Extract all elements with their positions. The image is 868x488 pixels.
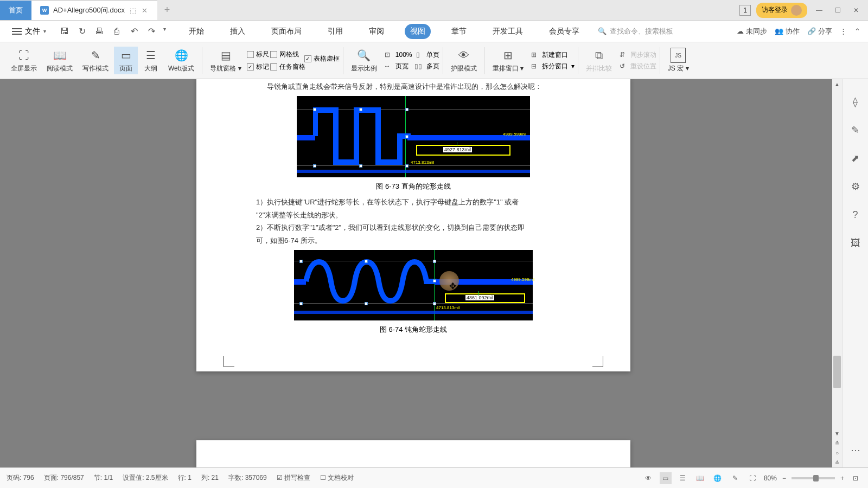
page: 导锐角或直角走线会带来信号反射，特别是高速设计中是准许出现的，那么怎么解决呢： … <box>196 79 630 371</box>
fullscreen-button[interactable]: ⛶全屏显示 <box>7 47 41 74</box>
zoom-fit-icon[interactable]: ⊡ <box>850 472 861 484</box>
scroll-up-icon[interactable]: ▲ <box>832 79 842 89</box>
nav-pane-button[interactable]: ▤导航窗格 ▾ <box>206 47 245 74</box>
page-number[interactable]: 页码: 796 <box>7 473 34 483</box>
menu-reference[interactable]: 引用 <box>322 24 348 39</box>
ink-icon[interactable]: ✎ <box>729 472 741 484</box>
body-text: 2）不断执行数字"1"或者"2"，我们可以看到走线形状的变化，切换到自己需要的状… <box>256 221 603 234</box>
search-placeholder: 查找命令、搜索模板 <box>610 27 673 36</box>
save-icon[interactable]: 🖫 <box>59 26 70 37</box>
outline-view-icon[interactable]: ☰ <box>677 472 689 484</box>
redo-icon[interactable]: ↷ <box>146 26 157 37</box>
body-text: "2"来调整等长走线的形状。 <box>256 209 603 221</box>
qa-dropdown-icon[interactable]: ▾ <box>163 26 166 37</box>
tableframe-checkbox[interactable]: ✓表格虚框 <box>304 54 340 63</box>
read-view-icon[interactable]: 📖 <box>694 472 706 484</box>
page-view-icon[interactable]: ▭ <box>660 472 672 484</box>
page-width-button[interactable]: ↔页宽 <box>382 61 412 71</box>
notification-badge[interactable]: 1 <box>739 5 751 16</box>
display-ratio-button[interactable]: 🔍显示比例 <box>347 47 381 74</box>
eye-mode-icon[interactable]: 👁 <box>642 472 654 484</box>
rearrange-button[interactable]: ⊞重排窗口 ▾ <box>488 47 528 74</box>
chevron-down-icon: ▾ <box>43 28 46 34</box>
guest-login-button[interactable]: 访客登录 <box>756 3 807 18</box>
word-count[interactable]: 字数: 357069 <box>228 473 267 483</box>
scroll-thumb[interactable] <box>833 356 841 388</box>
sync-icon[interactable]: ↻ <box>76 26 87 37</box>
file-menu[interactable]: 文件 ▾ <box>8 27 50 36</box>
add-tab-button[interactable]: + <box>157 4 177 16</box>
ruler-checkbox[interactable]: 标尺 <box>247 50 269 59</box>
collapse-ribbon-icon[interactable]: ⌃ <box>854 27 860 35</box>
menu-review[interactable]: 审阅 <box>363 24 390 39</box>
scroll-down-icon[interactable]: ▼ <box>832 428 842 438</box>
rearrange-icon: ⊞ <box>500 48 515 63</box>
single-page-button[interactable]: ▯单页 <box>413 50 439 60</box>
document-canvas[interactable]: 导锐角或直角走线会带来信号反射，特别是高速设计中是准许出现的，那么怎么解决呢： … <box>0 79 842 467</box>
print-icon[interactable]: 🖶 <box>94 26 105 37</box>
browse-object-icon[interactable]: ○ <box>832 448 842 458</box>
menu-layout[interactable]: 页面布局 <box>266 24 307 39</box>
col-pos: 列: 21 <box>201 473 219 483</box>
settings-icon[interactable]: ⚙ <box>849 180 862 193</box>
menu-vip[interactable]: 会员专享 <box>544 24 585 39</box>
preview-icon[interactable]: ⎙ <box>111 26 122 37</box>
command-search[interactable]: 🔍 查找命令、搜索模板 <box>598 27 673 36</box>
more-dots-icon[interactable]: ⋯ <box>849 444 862 457</box>
tab-document[interactable]: W AD+Allegro500问.docx ⬚ ✕ <box>31 1 157 20</box>
figure-6-74: 4861.092mil 4999.599mil 4713.813mil <box>294 250 533 320</box>
eyecare-button[interactable]: 👁护眼模式 <box>446 47 481 74</box>
js-macro-button[interactable]: JSJS 宏 ▾ <box>663 47 693 74</box>
select-icon[interactable]: ⬈ <box>849 152 862 165</box>
file-label: 文件 <box>25 27 40 36</box>
fit-icon[interactable]: ⛶ <box>746 472 758 484</box>
rocket-icon[interactable]: ⟠ <box>849 95 862 108</box>
new-window-button[interactable]: ⊞新建窗口 <box>529 50 575 60</box>
split-window-button[interactable]: ⊟拆分窗口 ▾ <box>529 61 575 71</box>
vertical-scrollbar[interactable]: ▲ ▼ ≛ ○ ≛ <box>832 79 842 467</box>
more-icon[interactable]: ⋮ <box>840 27 847 35</box>
prev-page-icon[interactable]: ≛ <box>832 438 842 448</box>
grid-checkbox[interactable]: 网格线 <box>270 50 305 59</box>
minimize-button[interactable]: — <box>813 4 826 17</box>
write-mode-button[interactable]: ✎写作模式 <box>78 47 113 74</box>
menu-chapter[interactable]: 章节 <box>446 24 472 39</box>
sync-status[interactable]: ☁ 未同步 <box>737 27 767 36</box>
help-icon[interactable]: ? <box>849 208 862 221</box>
collab-button[interactable]: 👥 协作 <box>775 27 800 36</box>
web-view-icon[interactable]: 🌐 <box>712 472 724 484</box>
reset-pos-button: ↺重设位置 <box>617 61 656 71</box>
zoom-in-icon[interactable]: + <box>840 474 844 482</box>
pin-icon[interactable]: ⬚ <box>129 7 137 14</box>
zoom-out-icon[interactable]: − <box>782 474 786 482</box>
web-layout-button[interactable]: 🌐Web版式 <box>164 47 199 74</box>
menu-devtools[interactable]: 开发工具 <box>487 24 528 39</box>
proofread-button[interactable]: ☐ 文档校对 <box>320 473 354 483</box>
spellcheck-button[interactable]: ☑ 拼写检查 <box>277 473 310 483</box>
zoom-level[interactable]: 80% <box>764 474 777 482</box>
body-text: 可，如图6-74 所示。 <box>256 234 603 247</box>
read-mode-button[interactable]: 📖阅读模式 <box>42 47 77 74</box>
zoom-100-button[interactable]: ⊡100% <box>382 50 412 60</box>
undo-icon[interactable]: ↶ <box>129 26 139 37</box>
close-button[interactable]: ✕ <box>850 4 863 17</box>
image-tool-icon[interactable]: 🖼 <box>849 236 862 249</box>
body-text: 导锐角或直角走线会带来信号反射，特别是高速设计中是准许出现的，那么怎么解决呢： <box>267 79 603 93</box>
next-page-icon[interactable]: ≛ <box>832 458 842 467</box>
multi-page-button[interactable]: ▯▯多页 <box>413 61 439 71</box>
maximize-button[interactable]: ☐ <box>831 4 844 17</box>
outline-button[interactable]: ☰大纲 <box>139 47 163 74</box>
share-button[interactable]: 🔗 分享 <box>807 27 832 36</box>
zoom-slider[interactable] <box>792 477 835 479</box>
menu-start[interactable]: 开始 <box>183 24 209 39</box>
close-tab-icon[interactable]: ✕ <box>141 7 149 14</box>
page-count[interactable]: 页面: 796/857 <box>44 473 84 483</box>
menu-view[interactable]: 视图 <box>405 24 431 39</box>
menu-insert[interactable]: 插入 <box>225 24 251 39</box>
mark-checkbox[interactable]: ✓标记 <box>247 62 269 72</box>
pen-tool-icon[interactable]: ✎ <box>849 124 862 137</box>
taskpane-checkbox[interactable]: 任务窗格 <box>270 62 305 72</box>
page-view-button[interactable]: ▭页面 <box>114 47 138 74</box>
word-icon: W <box>40 6 49 15</box>
tab-home[interactable]: 首页 <box>0 1 31 20</box>
